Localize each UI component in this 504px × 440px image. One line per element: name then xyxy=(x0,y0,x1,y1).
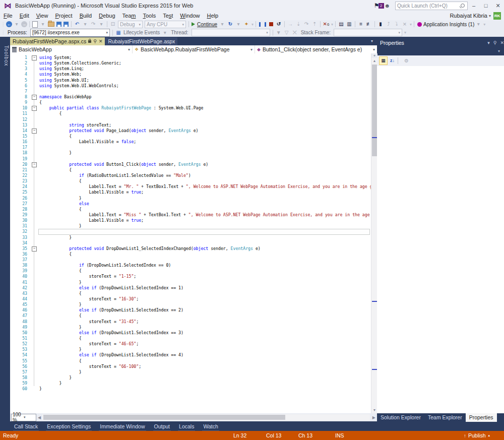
menu-project[interactable]: Project xyxy=(51,11,76,20)
browser-link-icon[interactable]: ✦ xyxy=(243,21,250,28)
code-line[interactable]: 34 xyxy=(10,240,371,246)
breakpoints-window-icon[interactable]: ▤ xyxy=(338,21,345,28)
code-line[interactable]: 28 { xyxy=(10,207,371,212)
menu-window[interactable]: Window xyxy=(176,11,203,20)
code-line[interactable]: 6using System.Web.UI.WebControls; xyxy=(10,83,371,89)
notifications-button[interactable]: ⚑ 2 xyxy=(374,2,380,9)
navigate-backward-dropdown-icon[interactable]: ▾ xyxy=(13,21,20,28)
tab-rubaiyatfirstwebpage-aspx[interactable]: RubaiyatFirstWebPage.aspx xyxy=(105,37,177,45)
undo-icon[interactable]: ↶ xyxy=(74,21,81,28)
vertical-scrollbar-thumb[interactable] xyxy=(372,65,377,156)
tab-immediate-window[interactable]: Immediate Window xyxy=(96,423,149,431)
scroll-left-icon[interactable]: ◀ xyxy=(38,415,41,420)
continue-button[interactable]: Continue xyxy=(197,22,217,27)
code-line[interactable]: 37 xyxy=(10,257,371,263)
save-icon[interactable] xyxy=(56,22,61,27)
code-line[interactable]: 54 else if (DropDownList1.SelectedIndex … xyxy=(10,352,371,358)
code-line[interactable]: 52 storeText = "46-65"; xyxy=(10,341,371,347)
code-line[interactable]: 30 Label1.Visible = true; xyxy=(10,218,371,223)
code-line[interactable]: 32 xyxy=(10,229,371,234)
code-line[interactable]: 50 else if (DropDownList1.SelectedIndex … xyxy=(10,330,371,336)
categorized-icon[interactable]: ▦ xyxy=(379,56,388,65)
tab-solution-explorer[interactable]: Solution Explorer xyxy=(377,413,424,422)
lifecycle-events-button[interactable]: Lifecycle Events xyxy=(123,30,160,35)
hex-display-icon[interactable]: ✕6 xyxy=(323,21,330,28)
tab-properties[interactable]: Properties xyxy=(466,413,497,422)
save-all-icon[interactable] xyxy=(64,22,69,27)
toolbar-overflow-icon[interactable]: ▾ xyxy=(251,22,253,27)
break-all-icon[interactable] xyxy=(259,22,266,27)
undo-dropdown-icon[interactable]: ▾ xyxy=(82,21,89,28)
flag-threads-icon[interactable]: ▽ xyxy=(283,29,290,36)
fold-collapse-icon[interactable]: − xyxy=(32,162,37,167)
code-line[interactable]: 26 } xyxy=(10,196,371,201)
thread-filter-icon[interactable]: ▼ xyxy=(275,29,282,36)
code-line[interactable]: 55 { xyxy=(10,358,371,364)
redo-dropdown-icon[interactable]: ▾ xyxy=(98,21,105,28)
step-over-icon[interactable]: ↷ xyxy=(303,21,310,28)
property-pages-icon[interactable]: ⚙ xyxy=(403,57,410,65)
account-avatar[interactable]: RK xyxy=(493,12,501,20)
code-line[interactable]: 29 Label1.Text = "Miss " + TextBox1.Text… xyxy=(10,212,371,218)
code-line[interactable]: 7 xyxy=(10,89,371,94)
debug-toolbar-overflow-icon[interactable]: ▾ xyxy=(331,22,333,27)
step-into-icon[interactable]: ⇣ xyxy=(295,21,302,28)
code-line[interactable]: 14− protected void Page_Load(object send… xyxy=(10,128,371,134)
menu-debug[interactable]: Debug xyxy=(95,11,118,20)
project-dropdown[interactable]: BasicWebApp ▾ xyxy=(10,45,133,53)
code-line[interactable]: 57 } xyxy=(10,369,371,375)
code-line[interactable]: 43 { xyxy=(10,291,371,296)
continue-dropdown-icon[interactable]: ▾ xyxy=(219,21,226,28)
tab-watch[interactable]: Watch xyxy=(199,423,222,431)
code-line[interactable]: 16 Label1.Visible = false; xyxy=(10,139,371,145)
command-window-icon[interactable]: ≢ xyxy=(365,21,372,28)
code-line[interactable]: 11 { xyxy=(10,111,371,116)
process-select[interactable]: [9672] iisexpress.exe▾ xyxy=(30,29,110,37)
code-line[interactable]: 20− protected void Button1_Click(object … xyxy=(10,162,371,167)
new-file-dropdown-icon[interactable]: ▾ xyxy=(39,21,46,28)
code-line[interactable]: 45 } xyxy=(10,302,371,307)
properties-object-select[interactable]: ▾ xyxy=(377,47,501,54)
previous-bookmark-icon[interactable]: ⤴ xyxy=(385,21,392,28)
refresh-dropdown-icon[interactable]: ▾ xyxy=(235,21,242,28)
properties-panel-header[interactable]: Properties ▾ ⚲ ✕ xyxy=(377,38,504,47)
type-dropdown[interactable]: ❖ BasicWebApp.RubaiyatFirstWebPage ▾ xyxy=(133,45,255,53)
tab-output[interactable]: Output xyxy=(150,423,174,431)
new-breakpoint-icon[interactable]: ▥ xyxy=(346,21,353,28)
restart-icon[interactable]: ↺ xyxy=(275,21,282,28)
fold-collapse-icon[interactable]: − xyxy=(32,55,37,60)
code-line[interactable]: 60} xyxy=(10,386,371,392)
close-panel-icon[interactable]: ✕ xyxy=(500,40,504,45)
member-dropdown[interactable]: ◆ Button1_Click(object sender, EventArgs… xyxy=(255,45,377,53)
solution-platforms-select[interactable]: Any CPU▾ xyxy=(145,21,186,28)
next-bookmark-icon[interactable]: ⤵ xyxy=(393,21,400,28)
code-line[interactable]: 8−namespace BasicWebApp xyxy=(10,94,371,100)
document-well-dropdown-icon[interactable]: ▾ xyxy=(371,39,373,43)
tab-locals[interactable]: Locals xyxy=(175,423,198,431)
code-line[interactable]: 17 xyxy=(10,145,371,150)
code-line[interactable]: 44 storeText = "16-30"; xyxy=(10,296,371,302)
code-line[interactable]: 31 } xyxy=(10,223,371,229)
editor-horizontal-scrollbar[interactable] xyxy=(42,414,370,420)
new-file-icon[interactable] xyxy=(32,21,38,28)
code-line[interactable]: 5using System.Web.UI; xyxy=(10,78,371,83)
tab-rubaiyatfirstwebpage-aspx-cs[interactable]: RubaiyatFirstWebPage.aspx.cs ⚲ ✕ xyxy=(10,37,105,45)
toolbox-tab[interactable]: Toolbox xyxy=(1,41,9,71)
scroll-right-icon[interactable]: ▶ xyxy=(372,415,375,420)
code-line[interactable]: 47 { xyxy=(10,313,371,319)
code-line[interactable]: 56 storeText = "66-100"; xyxy=(10,364,371,369)
code-line[interactable]: 35− protected void DropDownList1_Selecte… xyxy=(10,246,371,252)
close-button[interactable]: ✕ xyxy=(492,1,504,11)
thread-select[interactable]: ▾ xyxy=(192,29,270,36)
account-name[interactable]: Rubaiyat Kibria xyxy=(450,13,487,19)
code-line[interactable]: 23 { xyxy=(10,178,371,184)
open-file-icon[interactable] xyxy=(48,22,54,27)
fold-collapse-icon[interactable]: − xyxy=(32,129,37,134)
fold-collapse-icon[interactable]: − xyxy=(32,106,37,111)
menu-build[interactable]: Build xyxy=(76,11,95,20)
code-line[interactable]: 24 Label1.Text = "Mr. " + TextBox1.Text … xyxy=(10,184,371,190)
fold-collapse-icon[interactable]: − xyxy=(32,246,37,252)
menu-tools[interactable]: Tools xyxy=(139,11,159,20)
minimize-button[interactable]: – xyxy=(468,1,480,11)
code-line[interactable]: 51 { xyxy=(10,336,371,341)
